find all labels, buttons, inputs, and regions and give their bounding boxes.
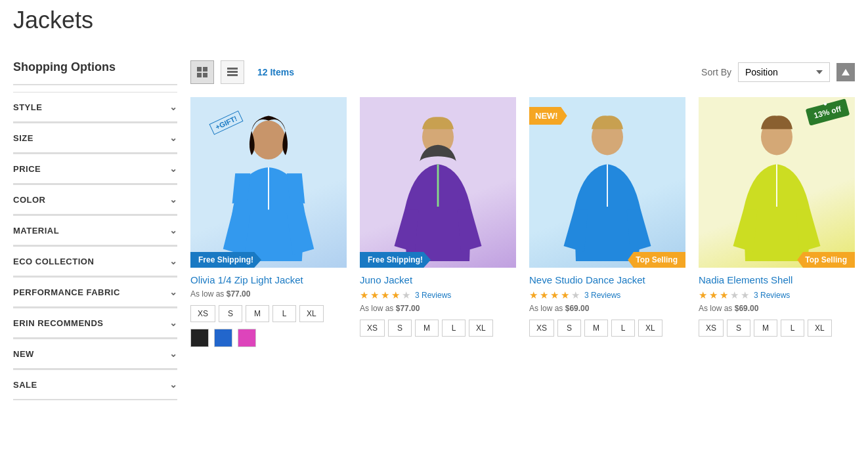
size-m[interactable]: M <box>246 305 269 322</box>
chevron-down-icon: ⌄ <box>169 287 178 297</box>
filter-price-label: PRICE <box>13 164 41 174</box>
new-badge-neve: NEW! <box>529 107 567 125</box>
filter-style[interactable]: STYLE ⌄ <box>13 92 177 123</box>
size-grid-nadia: XS S M L XL <box>699 320 855 337</box>
stars-neve: ★ ★ ★ ★ ★ 3 Reviews <box>529 289 685 301</box>
size-xs[interactable]: XS <box>190 305 215 322</box>
svg-marker-7 <box>842 69 850 75</box>
filter-style-label: STYLE <box>13 102 42 112</box>
filter-material[interactable]: MATERIAL ⌄ <box>13 215 177 246</box>
size-m[interactable]: M <box>415 320 439 337</box>
product-name-olivia[interactable]: Olivia 1/4 Zip Light Jacket <box>190 274 347 285</box>
size-xl[interactable]: XL <box>808 320 832 337</box>
chevron-down-icon: ⌄ <box>169 194 178 205</box>
size-xl[interactable]: XL <box>299 305 324 322</box>
price-label-neve: As low as $69.00 <box>529 304 685 313</box>
svg-rect-4 <box>227 68 238 70</box>
filter-size[interactable]: SIZE ⌄ <box>13 123 177 154</box>
product-card-olivia: +GIFT! Free Shipping! Olivia 1/4 Zip Lig… <box>190 97 347 347</box>
product-grid: +GIFT! Free Shipping! Olivia 1/4 Zip Lig… <box>190 97 855 347</box>
chevron-down-icon: ⌄ <box>169 102 178 112</box>
color-swatch-pink[interactable] <box>238 329 256 347</box>
filter-erin-recommends-label: ERIN RECOMMENDS <box>13 318 104 328</box>
filter-performance-fabric-label: PERFORMANCE FABRIC <box>13 287 120 297</box>
product-image-wrapper-nadia[interactable]: 13% off Top Selling <box>699 97 855 268</box>
size-grid-neve: XS S M L XL <box>529 320 685 337</box>
grid-icon <box>197 67 207 77</box>
toolbar: 12 Items Sort By Position Product Name P… <box>190 60 855 84</box>
filter-eco-collection[interactable]: ECO COLLECTION ⌄ <box>13 246 177 277</box>
color-swatch-blue[interactable] <box>214 329 232 347</box>
sidebar: Shopping Options STYLE ⌄ SIZE ⌄ PRICE ⌄ … <box>13 60 190 400</box>
filter-new[interactable]: NEW ⌄ <box>13 339 177 369</box>
chevron-down-icon: ⌄ <box>169 318 178 328</box>
stars-nadia: ★ ★ ★ ★ ★ 3 Reviews <box>699 289 855 301</box>
filter-price[interactable]: PRICE ⌄ <box>13 154 177 184</box>
svg-rect-0 <box>197 67 202 72</box>
svg-rect-5 <box>227 71 238 73</box>
size-xs[interactable]: XS <box>699 320 724 337</box>
price-label-nadia: As low as $69.00 <box>699 304 855 313</box>
filter-performance-fabric[interactable]: PERFORMANCE FABRIC ⌄ <box>13 277 177 308</box>
chevron-down-icon: ⌄ <box>169 379 178 390</box>
size-grid-juno: XS S M L XL <box>360 320 516 337</box>
size-l[interactable]: L <box>781 320 804 337</box>
product-card-nadia: 13% off Top Selling Nadia Elements Shell… <box>699 97 855 347</box>
size-xs[interactable]: XS <box>360 320 385 337</box>
svg-rect-2 <box>197 73 202 77</box>
size-m[interactable]: M <box>754 320 777 337</box>
chevron-down-icon: ⌄ <box>169 225 178 236</box>
filter-color[interactable]: COLOR ⌄ <box>13 184 177 215</box>
size-s[interactable]: S <box>557 320 581 337</box>
product-image-wrapper-neve[interactable]: NEW! Top Selling <box>529 97 685 268</box>
chevron-down-icon: ⌄ <box>169 348 178 359</box>
price-label-olivia: As low as $77.00 <box>190 289 347 299</box>
filter-material-label: MATERIAL <box>13 226 59 236</box>
grid-view-button[interactable] <box>190 60 214 84</box>
main-content: 12 Items Sort By Position Product Name P… <box>190 60 855 400</box>
filter-sale-label: SALE <box>13 380 37 390</box>
size-s[interactable]: S <box>219 305 242 322</box>
chevron-down-icon: ⌄ <box>169 133 178 143</box>
size-grid-olivia: XS S M L XL <box>190 305 347 322</box>
product-card-neve: NEW! Top Selling Neve Studio Dance Jacke… <box>529 97 685 347</box>
product-name-nadia[interactable]: Nadia Elements Shell <box>699 274 855 285</box>
product-image-wrapper-juno[interactable]: Free Shipping! <box>360 97 516 268</box>
product-name-juno[interactable]: Juno Jacket <box>360 274 516 285</box>
top-selling-badge-nadia: Top Selling <box>797 252 855 268</box>
svg-rect-6 <box>227 74 238 76</box>
list-view-button[interactable] <box>221 60 244 84</box>
sort-label: Sort By <box>701 67 731 77</box>
sort-select[interactable]: Position Product Name Price Rating <box>738 62 830 82</box>
filter-new-label: NEW <box>13 349 34 359</box>
item-count: 12 Items <box>257 67 294 77</box>
price-label-juno: As low as $77.00 <box>360 304 516 313</box>
filter-erin-recommends[interactable]: ERIN RECOMMENDS ⌄ <box>13 308 177 339</box>
list-icon <box>227 67 238 77</box>
size-s[interactable]: S <box>727 320 750 337</box>
color-swatch-black[interactable] <box>190 329 209 347</box>
sort-ascending-button[interactable] <box>836 63 855 81</box>
size-l[interactable]: L <box>442 320 466 337</box>
filter-sale[interactable]: SALE ⌄ <box>13 369 177 400</box>
stars-juno: ★ ★ ★ ★ ★ 3 Reviews <box>360 289 516 301</box>
product-image-wrapper-olivia[interactable]: +GIFT! Free Shipping! <box>190 97 347 268</box>
size-xs[interactable]: XS <box>529 320 554 337</box>
size-m[interactable]: M <box>584 320 608 337</box>
product-name-neve[interactable]: Neve Studio Dance Jacket <box>529 274 685 285</box>
size-l[interactable]: L <box>611 320 635 337</box>
color-swatches-olivia <box>190 329 347 347</box>
sort-asc-icon <box>841 68 850 77</box>
size-xl[interactable]: XL <box>469 320 493 337</box>
size-xl[interactable]: XL <box>638 320 662 337</box>
size-s[interactable]: S <box>388 320 412 337</box>
svg-rect-1 <box>203 67 207 72</box>
nadia-product-image <box>718 104 836 261</box>
filter-size-label: SIZE <box>13 133 33 143</box>
svg-rect-3 <box>203 73 207 77</box>
chevron-down-icon: ⌄ <box>169 163 178 174</box>
size-l[interactable]: L <box>272 305 296 322</box>
page-title: Jackets <box>0 0 868 47</box>
svg-point-8 <box>251 121 286 159</box>
product-card-juno: Free Shipping! Juno Jacket ★ ★ ★ ★ ★ 3 R… <box>360 97 516 347</box>
